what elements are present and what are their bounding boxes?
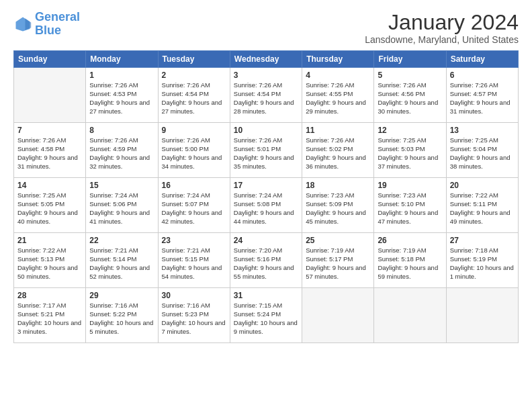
calendar-cell-w1-d5: 12Sunrise: 7:25 AM Sunset: 5:03 PM Dayli…: [374, 123, 446, 178]
day-number: 29: [89, 291, 154, 300]
week-row-3: 21Sunrise: 7:22 AM Sunset: 5:13 PM Dayli…: [14, 233, 519, 288]
day-info: Sunrise: 7:18 AM Sunset: 5:19 PM Dayligh…: [450, 246, 515, 281]
calendar-cell-w4-d6: [446, 288, 518, 343]
calendar-cell-w4-d3: 31Sunrise: 7:15 AM Sunset: 5:24 PM Dayli…: [230, 288, 302, 343]
calendar-cell-w0-d5: 5Sunrise: 7:26 AM Sunset: 4:56 PM Daylig…: [374, 68, 446, 123]
logo-general: General: [35, 10, 80, 24]
day-info: Sunrise: 7:26 AM Sunset: 5:00 PM Dayligh…: [162, 136, 226, 171]
day-info: Sunrise: 7:21 AM Sunset: 5:14 PM Dayligh…: [89, 246, 154, 281]
day-info: Sunrise: 7:25 AM Sunset: 5:04 PM Dayligh…: [450, 136, 515, 171]
calendar-cell-w2-d2: 16Sunrise: 7:24 AM Sunset: 5:07 PM Dayli…: [158, 178, 230, 233]
calendar-cell-w4-d2: 30Sunrise: 7:16 AM Sunset: 5:23 PM Dayli…: [158, 288, 230, 343]
title-block: January 2024 Lansdowne, Maryland, United…: [365, 11, 519, 45]
calendar-cell-w0-d6: 6Sunrise: 7:26 AM Sunset: 4:57 PM Daylig…: [446, 68, 518, 123]
day-info: Sunrise: 7:26 AM Sunset: 4:53 PM Dayligh…: [89, 81, 154, 116]
weekday-header-row: Sunday Monday Tuesday Wednesday Thursday…: [14, 51, 519, 68]
day-number: 12: [378, 126, 442, 135]
day-number: 4: [306, 71, 370, 80]
day-info: Sunrise: 7:24 AM Sunset: 5:06 PM Dayligh…: [89, 191, 154, 226]
day-info: Sunrise: 7:26 AM Sunset: 4:56 PM Dayligh…: [378, 81, 442, 116]
day-info: Sunrise: 7:26 AM Sunset: 4:54 PM Dayligh…: [162, 81, 226, 116]
day-number: 5: [378, 71, 442, 80]
logo: General Blue: [13, 11, 80, 38]
svg-marker-1: [26, 18, 32, 30]
day-number: 17: [234, 181, 298, 190]
day-number: 10: [234, 126, 298, 135]
day-info: Sunrise: 7:26 AM Sunset: 4:57 PM Dayligh…: [450, 81, 515, 116]
calendar-cell-w2-d6: 20Sunrise: 7:22 AM Sunset: 5:11 PM Dayli…: [446, 178, 518, 233]
day-number: 3: [234, 71, 298, 80]
day-info: Sunrise: 7:26 AM Sunset: 4:54 PM Dayligh…: [234, 81, 298, 116]
week-row-0: 1Sunrise: 7:26 AM Sunset: 4:53 PM Daylig…: [14, 68, 519, 123]
calendar-cell-w0-d0: [14, 68, 86, 123]
calendar-cell-w4-d4: [302, 288, 374, 343]
month-title: January 2024: [365, 11, 519, 34]
day-number: 27: [450, 236, 515, 245]
header-thursday: Thursday: [302, 51, 374, 68]
day-number: 13: [450, 126, 515, 135]
page: General Blue January 2024 Lansdowne, Mar…: [0, 0, 532, 411]
calendar-cell-w3-d0: 21Sunrise: 7:22 AM Sunset: 5:13 PM Dayli…: [14, 233, 86, 288]
day-info: Sunrise: 7:16 AM Sunset: 5:22 PM Dayligh…: [89, 302, 154, 336]
calendar-cell-w4-d1: 29Sunrise: 7:16 AM Sunset: 5:22 PM Dayli…: [86, 288, 158, 343]
location: Lansdowne, Maryland, United States: [365, 34, 519, 45]
calendar-cell-w1-d0: 7Sunrise: 7:26 AM Sunset: 4:58 PM Daylig…: [14, 123, 86, 178]
day-number: 24: [234, 236, 298, 245]
day-number: 26: [378, 236, 442, 245]
calendar-cell-w1-d6: 13Sunrise: 7:25 AM Sunset: 5:04 PM Dayli…: [446, 123, 518, 178]
day-info: Sunrise: 7:21 AM Sunset: 5:15 PM Dayligh…: [162, 246, 226, 281]
day-info: Sunrise: 7:25 AM Sunset: 5:05 PM Dayligh…: [17, 191, 82, 226]
calendar-cell-w3-d1: 22Sunrise: 7:21 AM Sunset: 5:14 PM Dayli…: [86, 233, 158, 288]
day-info: Sunrise: 7:26 AM Sunset: 4:58 PM Dayligh…: [17, 136, 82, 171]
day-info: Sunrise: 7:26 AM Sunset: 4:55 PM Dayligh…: [306, 81, 370, 116]
calendar-cell-w0-d3: 3Sunrise: 7:26 AM Sunset: 4:54 PM Daylig…: [230, 68, 302, 123]
day-number: 22: [89, 236, 154, 245]
calendar-cell-w1-d4: 11Sunrise: 7:26 AM Sunset: 5:02 PM Dayli…: [302, 123, 374, 178]
day-number: 9: [162, 126, 226, 135]
day-info: Sunrise: 7:25 AM Sunset: 5:03 PM Dayligh…: [378, 136, 442, 171]
day-info: Sunrise: 7:26 AM Sunset: 4:59 PM Dayligh…: [89, 136, 154, 171]
week-row-1: 7Sunrise: 7:26 AM Sunset: 4:58 PM Daylig…: [14, 123, 519, 178]
day-number: 6: [450, 71, 515, 80]
calendar-cell-w0-d1: 1Sunrise: 7:26 AM Sunset: 4:53 PM Daylig…: [86, 68, 158, 123]
calendar-cell-w3-d6: 27Sunrise: 7:18 AM Sunset: 5:19 PM Dayli…: [446, 233, 518, 288]
day-info: Sunrise: 7:16 AM Sunset: 5:23 PM Dayligh…: [162, 302, 226, 336]
day-number: 19: [378, 181, 442, 190]
day-number: 31: [234, 291, 298, 300]
calendar-cell-w1-d2: 9Sunrise: 7:26 AM Sunset: 5:00 PM Daylig…: [158, 123, 230, 178]
day-number: 28: [17, 291, 82, 300]
calendar-cell-w3-d5: 26Sunrise: 7:19 AM Sunset: 5:18 PM Dayli…: [374, 233, 446, 288]
header-sunday: Sunday: [14, 51, 86, 68]
day-number: 30: [162, 291, 226, 300]
calendar-cell-w4-d5: [374, 288, 446, 343]
calendar-cell-w2-d4: 18Sunrise: 7:23 AM Sunset: 5:09 PM Dayli…: [302, 178, 374, 233]
calendar-cell-w0-d4: 4Sunrise: 7:26 AM Sunset: 4:55 PM Daylig…: [302, 68, 374, 123]
day-info: Sunrise: 7:22 AM Sunset: 5:13 PM Dayligh…: [17, 246, 82, 281]
week-row-2: 14Sunrise: 7:25 AM Sunset: 5:05 PM Dayli…: [14, 178, 519, 233]
calendar-cell-w0-d2: 2Sunrise: 7:26 AM Sunset: 4:54 PM Daylig…: [158, 68, 230, 123]
day-number: 15: [89, 181, 154, 190]
day-number: 16: [162, 181, 226, 190]
day-number: 20: [450, 181, 515, 190]
day-number: 8: [89, 126, 154, 135]
calendar-cell-w3-d3: 24Sunrise: 7:20 AM Sunset: 5:16 PM Dayli…: [230, 233, 302, 288]
day-number: 1: [89, 71, 154, 80]
header-tuesday: Tuesday: [158, 51, 230, 68]
header-monday: Monday: [86, 51, 158, 68]
calendar-cell-w1-d1: 8Sunrise: 7:26 AM Sunset: 4:59 PM Daylig…: [86, 123, 158, 178]
logo-text: General Blue: [35, 11, 80, 38]
calendar-cell-w2-d3: 17Sunrise: 7:24 AM Sunset: 5:08 PM Dayli…: [230, 178, 302, 233]
day-number: 11: [306, 126, 370, 135]
day-info: Sunrise: 7:22 AM Sunset: 5:11 PM Dayligh…: [450, 191, 515, 226]
calendar-cell-w2-d5: 19Sunrise: 7:23 AM Sunset: 5:10 PM Dayli…: [374, 178, 446, 233]
logo-blue: Blue: [35, 24, 61, 37]
calendar-cell-w2-d0: 14Sunrise: 7:25 AM Sunset: 5:05 PM Dayli…: [14, 178, 86, 233]
calendar-cell-w4-d0: 28Sunrise: 7:17 AM Sunset: 5:21 PM Dayli…: [14, 288, 86, 343]
day-info: Sunrise: 7:23 AM Sunset: 5:10 PM Dayligh…: [378, 191, 442, 226]
day-info: Sunrise: 7:24 AM Sunset: 5:07 PM Dayligh…: [162, 191, 226, 226]
day-number: 14: [17, 181, 82, 190]
day-number: 21: [17, 236, 82, 245]
day-info: Sunrise: 7:17 AM Sunset: 5:21 PM Dayligh…: [17, 302, 82, 336]
day-info: Sunrise: 7:19 AM Sunset: 5:18 PM Dayligh…: [378, 246, 442, 281]
day-number: 7: [17, 126, 82, 135]
